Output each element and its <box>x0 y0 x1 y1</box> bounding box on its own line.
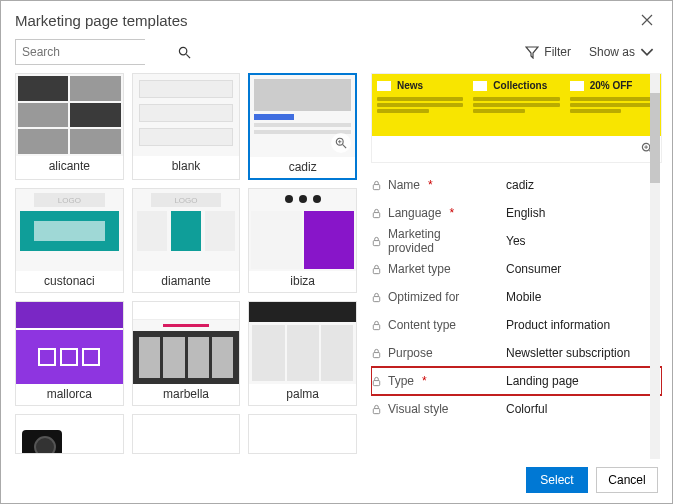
property-label: Language <box>388 206 441 220</box>
property-label: Optimized for <box>388 290 459 304</box>
lock-icon <box>371 208 382 219</box>
template-label: mallorca <box>16 384 123 405</box>
property-row: Visual styleColorful <box>371 395 662 423</box>
template-preview: News Collections 20% OFF <box>371 73 662 163</box>
property-label: Market type <box>388 262 451 276</box>
scrollbar[interactable] <box>650 73 660 459</box>
svg-rect-5 <box>373 240 379 245</box>
dialog-footer: Select Cancel <box>1 459 672 503</box>
cancel-button[interactable]: Cancel <box>596 467 658 493</box>
template-label: marbella <box>133 384 240 405</box>
detail-panel: News Collections 20% OFF Name*cadizLangu… <box>365 73 662 459</box>
svg-rect-9 <box>373 352 379 357</box>
property-value: cadiz <box>506 178 534 192</box>
lock-icon <box>371 292 382 303</box>
template-label: palma <box>249 384 356 405</box>
dialog-title: Marketing page templates <box>15 12 636 29</box>
property-row: Optimized forMobile <box>371 283 662 311</box>
svg-point-0 <box>179 47 186 54</box>
svg-rect-10 <box>373 380 379 385</box>
template-card-palma[interactable]: palma <box>248 301 357 406</box>
chevron-down-icon <box>640 45 654 59</box>
close-button[interactable] <box>636 9 658 31</box>
property-value: English <box>506 206 545 220</box>
filter-label: Filter <box>544 45 571 59</box>
property-value: Product information <box>506 318 610 332</box>
lock-icon <box>371 236 382 247</box>
template-card-ibiza[interactable]: ibiza <box>248 188 357 293</box>
show-as-button[interactable]: Show as <box>585 43 658 61</box>
property-label: Visual style <box>388 402 448 416</box>
properties-list: Name*cadizLanguage*EnglishMarketing prov… <box>371 171 662 459</box>
template-label: custonaci <box>16 271 123 292</box>
property-row: Language*English <box>371 199 662 227</box>
svg-rect-6 <box>373 268 379 273</box>
required-indicator: * <box>422 374 430 388</box>
property-row: Marketing providedYes <box>371 227 662 255</box>
lock-icon <box>371 180 382 191</box>
template-card-partial[interactable] <box>15 414 124 454</box>
template-label: alicante <box>16 156 123 177</box>
filter-button[interactable]: Filter <box>521 43 575 61</box>
template-card-cadiz[interactable]: cadiz <box>248 73 357 180</box>
template-card-blank[interactable]: blank <box>132 73 241 180</box>
select-button[interactable]: Select <box>526 467 588 493</box>
preview-col-label: News <box>397 80 423 91</box>
property-label: Marketing provided <box>388 227 490 255</box>
svg-rect-3 <box>373 184 379 189</box>
content-area: alicante blank cadiz LOGO custonaci LOGO… <box>1 73 672 459</box>
preview-col-label: Collections <box>493 80 547 91</box>
zoom-icon[interactable] <box>331 133 351 153</box>
template-label: diamante <box>133 271 240 292</box>
property-label: Content type <box>388 318 456 332</box>
template-card-marbella[interactable]: marbella <box>132 301 241 406</box>
lock-icon <box>371 348 382 359</box>
property-value: Colorful <box>506 402 547 416</box>
template-card-diamante[interactable]: LOGO diamante <box>132 188 241 293</box>
dialog-header: Marketing page templates <box>1 1 672 37</box>
show-as-label: Show as <box>589 45 635 59</box>
property-value: Landing page <box>506 374 579 388</box>
property-value: Yes <box>506 234 526 248</box>
template-label: ibiza <box>249 271 356 292</box>
property-label: Name <box>388 178 420 192</box>
toolbar: Filter Show as <box>1 37 672 73</box>
property-value: Consumer <box>506 262 561 276</box>
required-indicator: * <box>428 178 436 192</box>
preview-col-label: 20% OFF <box>590 80 633 91</box>
template-picker-dialog: Marketing page templates Filter Show as … <box>0 0 673 504</box>
property-label: Purpose <box>388 346 433 360</box>
search-icon <box>178 46 191 59</box>
lock-icon <box>371 376 382 387</box>
template-label: blank <box>133 156 240 177</box>
close-icon <box>641 14 653 26</box>
svg-rect-8 <box>373 324 379 329</box>
property-value: Mobile <box>506 290 541 304</box>
lock-icon <box>371 320 382 331</box>
lock-icon <box>371 404 382 415</box>
property-label: Type <box>388 374 414 388</box>
scrollbar-thumb[interactable] <box>650 93 660 183</box>
template-card-mallorca[interactable]: mallorca <box>15 301 124 406</box>
template-card-partial[interactable] <box>132 414 241 454</box>
svg-rect-4 <box>373 212 379 217</box>
template-label: cadiz <box>250 157 355 178</box>
property-value: Newsletter subscription <box>506 346 630 360</box>
template-card-custonaci[interactable]: LOGO custonaci <box>15 188 124 293</box>
property-row: Type*Landing page <box>371 367 662 395</box>
property-row: Content typeProduct information <box>371 311 662 339</box>
property-row: PurposeNewsletter subscription <box>371 339 662 367</box>
property-row: Name*cadiz <box>371 171 662 199</box>
required-indicator: * <box>449 206 457 220</box>
template-card-alicante[interactable]: alicante <box>15 73 124 180</box>
search-input[interactable] <box>16 40 178 64</box>
template-gallery[interactable]: alicante blank cadiz LOGO custonaci LOGO… <box>15 73 365 459</box>
template-card-partial[interactable] <box>248 414 357 454</box>
filter-icon <box>525 45 539 59</box>
lock-icon <box>371 264 382 275</box>
property-row: Market typeConsumer <box>371 255 662 283</box>
svg-rect-7 <box>373 296 379 301</box>
search-box[interactable] <box>15 39 145 65</box>
svg-rect-11 <box>373 408 379 413</box>
